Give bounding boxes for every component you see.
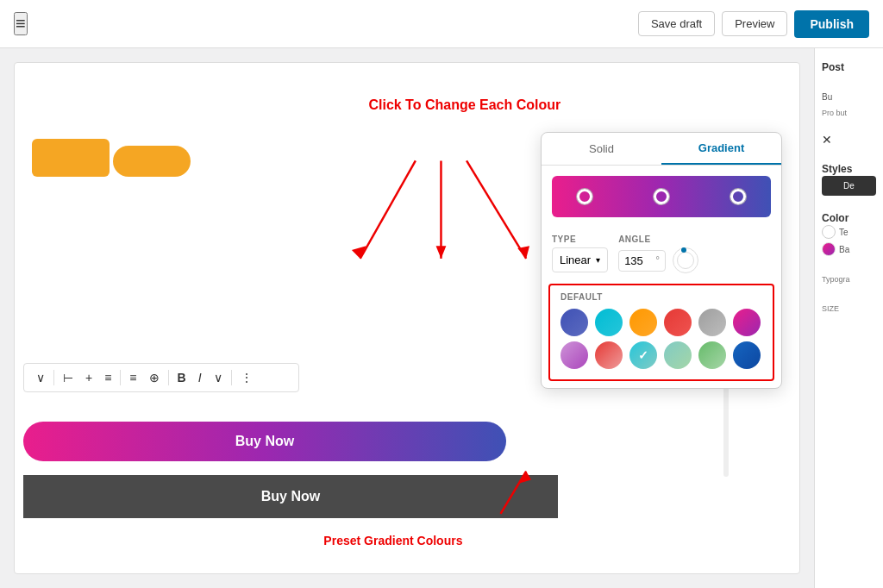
align-justify-icon[interactable]: ≡ <box>101 369 115 386</box>
text-color-swatch[interactable]: Te <box>822 225 876 239</box>
sidebar-post-label: Post <box>822 59 876 74</box>
save-draft-button[interactable]: Save draft <box>638 11 715 36</box>
divider4 <box>231 370 232 385</box>
svg-marker-5 <box>517 246 529 259</box>
preset-swatch-10[interactable] <box>664 341 692 369</box>
toolbar-left: ≡ <box>14 12 28 35</box>
preview-button[interactable]: Preview <box>722 11 787 36</box>
top-toolbar: ≡ Save draft Preview Publish <box>0 0 883 48</box>
preset-swatch-4[interactable] <box>664 309 692 336</box>
divider2 <box>120 370 121 385</box>
sidebar-block-section: Bu Pro but <box>822 88 876 119</box>
button-previews <box>32 132 191 184</box>
publish-button[interactable]: Publish <box>794 10 869 38</box>
canvas: Click To Change Each Colour <box>14 62 800 574</box>
angle-dot <box>681 247 686 253</box>
align-left-icon[interactable]: ⊢ <box>59 369 77 386</box>
preset-swatch-12[interactable] <box>733 341 761 369</box>
type-value: Linear <box>560 253 591 266</box>
gradient-stop-middle[interactable] <box>654 189 669 204</box>
angle-field-group: ANGLE ° <box>618 235 698 273</box>
main-layout: Click To Change Each Colour <box>0 48 883 588</box>
format-toolbar: ∨ ⊢ + ≡ ≡ ⊕ B I ∨ ⋮ <box>23 363 299 392</box>
text-color-circle <box>822 225 836 239</box>
yellow-button[interactable] <box>32 139 110 177</box>
gradient-popup: Solid Gradient TYPE Lin <box>541 132 782 389</box>
gradient-tabs: Solid Gradient <box>542 133 781 166</box>
more-options-icon[interactable]: ⋮ <box>237 369 256 386</box>
gradient-bar-container <box>542 166 781 228</box>
sidebar-styles-section: Styles De <box>822 160 876 196</box>
chevron-down-icon[interactable]: ∨ <box>33 369 48 386</box>
angle-circle-button[interactable] <box>673 247 698 273</box>
dropdown-icon[interactable]: ∨ <box>210 369 226 386</box>
gradient-bar[interactable] <box>552 176 771 217</box>
presets-section: DEFAULT <box>548 284 774 381</box>
preset-swatch-9[interactable] <box>629 341 657 369</box>
type-field-group: TYPE Linear ▾ <box>552 235 608 272</box>
bg-color-circle <box>822 242 836 256</box>
gradient-stop-right[interactable] <box>730 189 746 204</box>
preset-swatch-5[interactable] <box>698 309 726 336</box>
preset-swatch-11[interactable] <box>698 341 726 369</box>
sidebar-x-section: ✕ <box>822 133 876 147</box>
angle-input[interactable] <box>624 254 655 267</box>
gradient-stop-left[interactable] <box>577 189 592 204</box>
right-sidebar: Post Bu Pro but ✕ Styles De Color Te Ba … <box>814 48 883 588</box>
text-align-icon[interactable]: ≡ <box>126 369 140 386</box>
annotation-bottom: Preset Gradient Colours <box>323 534 462 547</box>
divider3 <box>168 370 169 385</box>
type-select[interactable]: Linear ▾ <box>552 247 608 272</box>
preset-swatch-7[interactable] <box>560 341 588 369</box>
orange-pill-button[interactable] <box>113 146 191 177</box>
svg-line-0 <box>360 160 416 258</box>
svg-line-4 <box>467 160 526 258</box>
align-center-icon[interactable]: + <box>82 369 96 386</box>
preset-swatch-1[interactable] <box>560 309 588 336</box>
angle-unit: ° <box>655 254 660 266</box>
tab-solid[interactable]: Solid <box>542 133 661 165</box>
angle-input-wrap: ° <box>618 250 666 272</box>
italic-icon[interactable]: I <box>195 369 205 386</box>
bg-color-swatch[interactable]: Ba <box>822 242 876 256</box>
svg-marker-3 <box>436 246 447 259</box>
divider <box>53 370 54 385</box>
buy-now-gradient-button[interactable]: Buy Now <box>23 422 506 461</box>
type-label: TYPE <box>552 235 608 244</box>
sidebar-typography-section: Typogra <box>822 270 876 285</box>
presets-grid <box>560 309 762 369</box>
editor-area: Click To Change Each Colour <box>0 48 814 588</box>
svg-marker-1 <box>352 246 366 259</box>
buy-now-dark-button[interactable]: Buy Now <box>23 475 558 518</box>
angle-label: ANGLE <box>618 235 698 244</box>
preset-swatch-6[interactable] <box>733 309 761 336</box>
link-icon[interactable]: ⊕ <box>146 369 163 386</box>
tab-gradient[interactable]: Gradient <box>661 133 781 165</box>
preset-swatch-8[interactable] <box>595 341 623 369</box>
presets-label: DEFAULT <box>560 292 762 302</box>
chevron-down-icon: ▾ <box>596 255 600 265</box>
sidebar-color-section: Color Te Ba <box>822 210 876 256</box>
default-style-button[interactable]: De <box>822 176 876 196</box>
preset-swatch-2[interactable] <box>595 309 623 336</box>
annotation-top: Click To Change Each Colour <box>368 97 560 113</box>
menu-button[interactable]: ≡ <box>14 12 28 35</box>
toolbar-right: Save draft Preview Publish <box>638 10 869 38</box>
preset-swatch-3[interactable] <box>629 309 657 336</box>
sidebar-size-section: SIZE <box>822 299 876 315</box>
bold-icon[interactable]: B <box>174 369 190 386</box>
type-angle-row: TYPE Linear ▾ ANGLE ° <box>542 228 781 284</box>
